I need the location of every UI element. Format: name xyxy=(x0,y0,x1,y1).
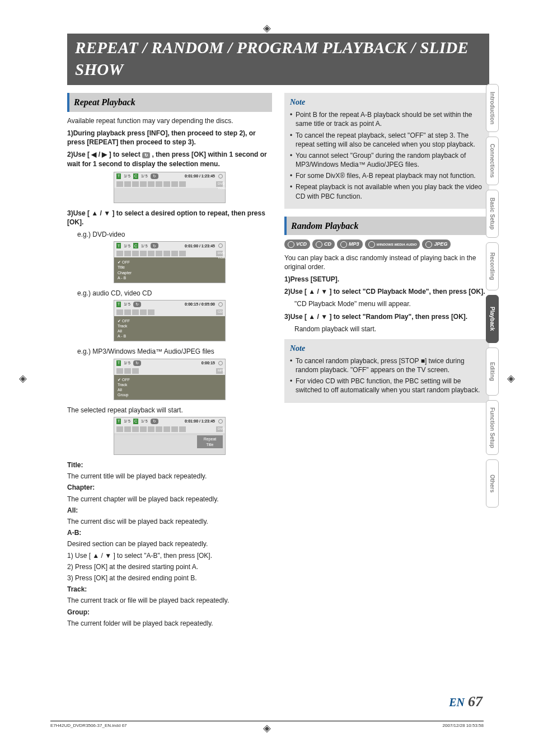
badge-jpeg: JPEG xyxy=(422,240,451,248)
note-item: To cancel the repeat playback, select "O… xyxy=(290,131,484,149)
note-heading: Note xyxy=(290,97,484,108)
repeat-step3: 3)Use [ ▲ / ▼ ] to select a desired opti… xyxy=(67,209,272,227)
repeat-icon: ↻ xyxy=(151,419,158,424)
tab-recording[interactable]: Recording xyxy=(486,242,499,290)
tab-playback[interactable]: Playback xyxy=(486,295,499,343)
osd-display-cd: T 1/ 5 ↻ 0:00:15 / 0:05:00 CD OFF Track … xyxy=(114,300,226,341)
note-item: Point B for the repeat A-B playback shou… xyxy=(290,110,484,128)
badge-cd: CD xyxy=(312,240,335,248)
registration-mark-icon: ◈ xyxy=(19,371,27,384)
tab-editing[interactable]: Editing xyxy=(486,348,499,396)
disc-icon xyxy=(218,174,223,179)
random-playback-heading: Random Playback xyxy=(284,217,489,236)
osd-display-repeat-result: T 1/ 5 C 1/ 5 ↻ 0:01:00 / 1:23:45 DVD Re… xyxy=(114,417,226,455)
registration-mark-icon: ◈ xyxy=(263,21,271,35)
note-random: Note To cancel random playback, press [S… xyxy=(284,339,489,403)
eg-cd-label: e.g.) audio CD, video CD xyxy=(77,289,272,298)
badge-wma: WINDOWS MEDIA AUDIO xyxy=(365,240,420,248)
repeat-step2: 2)Use [ ◀ / ▶ ] to select ↻ , then press… xyxy=(67,150,272,168)
osd-menu-item: Group xyxy=(118,392,222,397)
tab-others[interactable]: Others xyxy=(486,459,499,508)
badge-vcd: VCD xyxy=(284,240,310,248)
repeat-definitions: Title: The current title will be played … xyxy=(67,461,272,628)
repeat-icon: ↻ xyxy=(151,243,158,248)
print-footer: E7H42UD_DVDR3506-37_EN.indd 67 2007/12/2… xyxy=(50,721,484,729)
repeat-icon: ↻ xyxy=(133,302,141,307)
repeat-status-box: Repeat Title xyxy=(197,435,223,448)
page-number: EN67 xyxy=(449,692,483,711)
osd-display-basic: T 1/ 5 C 1/ 5 ↻ 0:01:00 / 1:23:45 DVD Vi… xyxy=(114,172,226,203)
osd-display-mp3: T 1/ 5 ↻ 0:00:15 MP3 OFF Track All Group xyxy=(114,359,226,400)
note-item: For video CD with PBC function, the PBC … xyxy=(290,377,484,395)
random-step2: 2)Use [ ▲ / ▼ ] to select "CD Playback M… xyxy=(284,287,489,296)
osd-menu-item: Title xyxy=(118,265,222,270)
tab-function-setup[interactable]: Function Setup xyxy=(486,400,499,456)
disc-icon xyxy=(218,302,223,307)
tab-introduction[interactable]: Introduction xyxy=(486,84,499,132)
note-item: To cancel random playback, press [STOP ■… xyxy=(290,356,484,374)
osd-title-indicator: T xyxy=(116,173,121,179)
badge-mp3: MP3 xyxy=(337,240,363,248)
repeat-step1: 1)During playback press [INFO], then pro… xyxy=(67,129,272,147)
note-repeat: Note Point B for the repeat A-B playback… xyxy=(284,93,489,209)
random-intro: You can play back a disc randomly instea… xyxy=(284,253,489,271)
osd-menu-item: OFF xyxy=(118,260,222,265)
osd-menu-item: A - B xyxy=(118,275,222,280)
osd-menu-item: All xyxy=(118,328,222,334)
repeat-icon: ↻ xyxy=(133,360,141,366)
osd-display-dvd: T 1/ 5 C 1/ 5 ↻ 0:01:00 / 1:23:45 DVD Vi… xyxy=(114,241,226,283)
tab-basic-setup[interactable]: Basic Setup xyxy=(486,190,499,238)
osd-menu-item: OFF xyxy=(118,318,222,323)
osd-menu-item: Chapter xyxy=(118,270,222,275)
registration-mark-icon: ◈ xyxy=(507,371,515,384)
disc-icon xyxy=(218,361,223,365)
osd-menu-item: OFF xyxy=(118,377,222,382)
note-item: You cannot select "Group" during the ran… xyxy=(290,151,484,169)
random-step1: 1)Press [SETUP]. xyxy=(284,275,489,284)
eg-mp3-label: e.g.) MP3/Windows Media™ Audio/JPEG file… xyxy=(77,347,272,356)
selected-repeat-text: The selected repeat playback will start. xyxy=(67,406,272,415)
repeat-icon: ↻ xyxy=(142,152,150,158)
osd-menu-item: Track xyxy=(118,382,222,387)
footer-file: E7H42UD_DVDR3506-37_EN.indd 67 xyxy=(50,723,127,729)
osd-menu-item: All xyxy=(118,387,222,392)
repeat-playback-heading: Repeat Playback xyxy=(67,93,272,112)
note-heading: Note xyxy=(290,344,484,354)
eg-dvd-label: e.g.) DVD-video xyxy=(77,230,272,239)
disc-icon xyxy=(218,419,223,424)
media-compatibility-badges: VCD CD MP3 WINDOWS MEDIA AUDIO JPEG xyxy=(284,240,489,248)
osd-menu-item: Track xyxy=(118,323,222,328)
random-step3-sub: Random playback will start. xyxy=(294,325,489,334)
random-step3: 3)Use [ ▲ / ▼ ] to select "Random Play",… xyxy=(284,312,489,321)
repeat-selected-icon: ↻ xyxy=(151,173,158,179)
section-tabs: Introduction Connections Basic Setup Rec… xyxy=(486,84,499,508)
note-item: For some DivX® files, A-B repeat playbac… xyxy=(290,171,484,180)
note-item: Repeat playback is not available when yo… xyxy=(290,182,484,200)
random-step2-sub: "CD Playback Mode" menu will appear. xyxy=(294,299,489,308)
osd-chapter-indicator: C xyxy=(133,173,138,179)
page-title: REPEAT / RANDOM / PROGRAM PLAYBACK / SLI… xyxy=(67,34,489,85)
disc-icon xyxy=(218,243,223,248)
osd-menu-item: A - B xyxy=(118,334,222,339)
repeat-intro: Available repeat function may vary depen… xyxy=(67,116,272,125)
footer-timestamp: 2007/12/28 10:53:58 xyxy=(443,723,484,729)
tab-connections[interactable]: Connections xyxy=(486,137,499,185)
